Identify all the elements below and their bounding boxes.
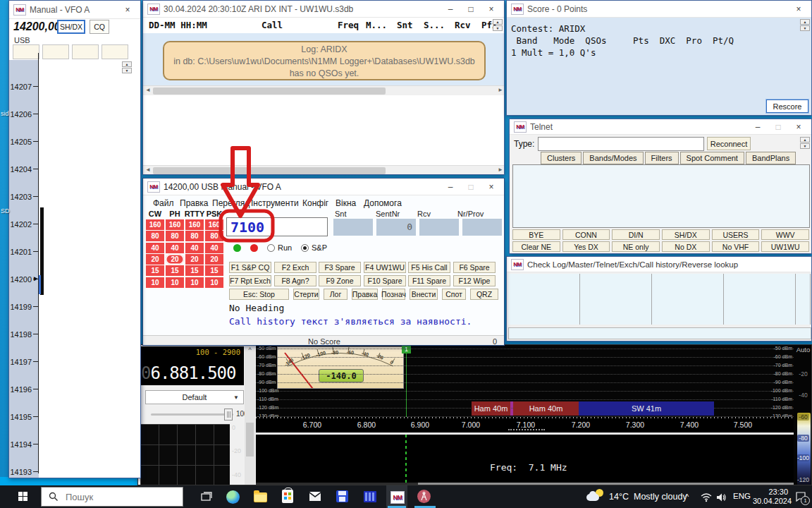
fkey-button[interactable]: F7 Rpt Exch [229,275,271,286]
log-column-header[interactable]: DD-MM HH:MM [149,20,207,30]
spin-up-icon[interactable]: ▲ [800,137,810,143]
weather-icon[interactable] [586,489,605,503]
log-spin-control[interactable]: ▲ ▼ [493,19,503,31]
language-indicator[interactable]: ENG [733,492,751,500]
log-hscrollbar[interactable]: ◄ ► [143,85,505,96]
telnet-button[interactable]: No DX [662,241,710,252]
telnet-button[interactable]: USERS [712,229,760,240]
bandmap-frequency-label[interactable]: 14194 [9,440,32,449]
maximize-button[interactable]: □ [770,122,787,132]
telnet-button[interactable]: BYE [512,229,560,240]
sdr-slider-track[interactable] [151,413,233,416]
tune-marker-flag[interactable]: 1 [402,345,411,353]
sdr-frequency-display[interactable]: 100 - 2900 06.881.500 [140,346,244,385]
search-input[interactable] [64,491,173,503]
reconnect-button[interactable]: Reconnect [707,137,751,150]
bandmap-frequency-label[interactable]: 14202 [9,220,32,229]
spin-up-icon[interactable]: ▲ [800,19,810,25]
file-explorer-icon[interactable] [254,492,267,502]
log-hscrollbar2[interactable]: ◄ ► [143,165,505,175]
search-box[interactable] [41,487,183,507]
waterfall-display[interactable]: Freq: 7.1 MHz [256,435,794,483]
sdr-slider-handle[interactable] [224,409,233,421]
telnet-button[interactable]: CONN [562,229,610,240]
bandmap-frequency-label[interactable]: 14199 [9,303,32,311]
log-column-header[interactable]: Call [262,20,283,30]
minimize-button[interactable]: – [749,122,766,132]
minimize-button[interactable]: – [442,4,459,14]
bandmap-frequency-label[interactable]: 14201 [9,248,32,256]
telnet-content[interactable] [512,164,810,228]
rescore-button[interactable]: Rescore [766,99,808,113]
store-icon[interactable] [282,490,293,503]
telnet-button[interactable]: WWV [761,229,809,240]
fkey-button[interactable]: F1 S&P CQ [229,262,271,273]
close-button[interactable]: × [790,122,807,132]
bandmap-frequency-label[interactable]: 14203 [9,193,32,201]
n1mm-taskbar-cell[interactable]: NM [386,485,407,508]
action-button[interactable]: Спот [442,289,466,300]
bandmap-frequency-label[interactable]: 14207 [9,83,32,91]
bandmap-frequency-label[interactable]: 14200 [9,275,32,284]
sdr-vscrollbar[interactable]: ^ [245,345,255,485]
telnet-button[interactable]: UW1WU [761,241,809,252]
score-spin-control[interactable]: ▲ ▼ [800,19,810,31]
maximize-button[interactable]: □ [462,4,479,14]
intensity-gradient-bar[interactable] [797,413,811,485]
fkey-button[interactable]: F2 Exch [274,262,316,273]
mail-icon[interactable] [308,490,322,503]
fkey-button[interactable]: F12 Wipe [453,275,496,286]
bandmap-frequency-label[interactable]: 14196 [9,385,32,394]
close-button[interactable]: × [790,4,807,14]
action-button[interactable]: QRZ [470,289,498,300]
fkey-button[interactable]: F6 Spare [453,262,496,273]
fkey-button[interactable]: F10 Spare [364,275,406,286]
clock[interactable]: 23:30 30.04.2024 [753,488,788,506]
close-button[interactable]: × [483,4,500,14]
bandmap-frequency-label[interactable]: 14206 [9,110,32,119]
sdr-app-icon[interactable] [417,490,431,503]
check-titlebar[interactable]: NM Check Log/Master/Telnet/Exch/Call his… [507,257,811,272]
log-column-header[interactable]: Rcv [455,20,471,30]
floppy-app-icon[interactable] [336,490,348,502]
spin-down-icon[interactable]: ▼ [800,143,810,149]
scroll-thumb[interactable] [153,167,386,174]
log-column-header[interactable]: Freq [338,20,359,30]
desktop-icon-label[interactable]: sid [1,110,9,117]
telnet-spin-control[interactable]: ▲ ▼ [800,137,810,149]
logger-app-icon[interactable] [364,491,376,502]
telnet-titlebar[interactable]: NM Telnet – □ × [510,119,811,135]
band-bar[interactable]: Ham 40m [513,401,579,416]
scroll-right-icon[interactable]: ► [496,87,505,93]
speaker-icon[interactable] [716,492,727,502]
band-bar[interactable]: Ham 40m [472,401,510,416]
sdr-preset-dropdown[interactable]: Default ▼ [145,390,244,404]
bandmap-frequency-label[interactable]: 14198 [9,330,32,339]
scroll-right-icon[interactable]: ► [496,167,505,173]
spin-down-icon[interactable]: ▼ [493,25,503,31]
wifi-icon[interactable] [701,492,712,502]
scroll-thumb[interactable] [153,87,386,95]
fkey-button[interactable]: F11 Spare [408,275,450,286]
log-titlebar[interactable]: NM 30.04.2024 20:30:10Z ARI DX INT - UW1… [143,1,504,18]
bandmap-frequency-label[interactable]: 14195 [9,413,32,421]
bandmap-frequency-label[interactable]: 14205 [9,138,32,146]
scroll-up-icon[interactable]: ^ [245,346,255,353]
telnet-button[interactable]: Yes DX [562,241,610,252]
log-column-header[interactable]: S... [424,20,445,30]
telnet-tab[interactable]: BandPlans [746,152,796,164]
action-button[interactable]: Лог [324,289,347,300]
fkey-button[interactable]: F9 Zone [319,275,361,286]
telnet-tab[interactable]: Filters [645,152,679,164]
action-button[interactable]: Внести [410,289,438,300]
log-column-header[interactable]: Snt [397,20,413,30]
fkey-button[interactable]: F8 Agn? [274,275,316,286]
spin-up-icon[interactable]: ▲ [493,19,503,25]
fkey-button[interactable]: F3 Spare [319,262,361,273]
action-button[interactable]: Познач [382,289,405,300]
action-button[interactable]: Правка [352,289,378,300]
fkey-button[interactable]: F5 His Call [408,262,450,273]
task-view-icon[interactable] [200,490,213,503]
spin-down-icon[interactable]: ▼ [800,25,810,31]
desktop-icon-label[interactable]: SD [1,207,10,214]
